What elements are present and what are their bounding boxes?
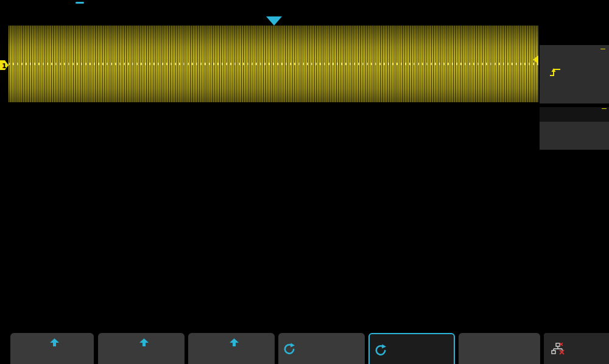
button-label xyxy=(459,337,540,351)
trigger-level-marker-icon[interactable] xyxy=(531,55,538,65)
channel1-box xyxy=(540,107,609,150)
oscilloscope-screen: 1 xyxy=(0,0,609,364)
channel1-header xyxy=(540,107,609,122)
button-value xyxy=(98,351,185,364)
network-status-panel xyxy=(544,333,609,364)
right-sidebar xyxy=(540,16,609,332)
button-value xyxy=(459,351,540,364)
lan-disconnected-icon xyxy=(551,343,566,355)
trigger-source-badge xyxy=(600,49,605,49)
menu-button-window[interactable] xyxy=(188,333,275,364)
menu-button-center[interactable] xyxy=(278,333,365,364)
up-arrow-icon xyxy=(230,338,239,346)
button-value xyxy=(10,351,94,364)
menu-button-hz-per-div[interactable] xyxy=(368,333,455,364)
softkey-menu-bar xyxy=(0,332,609,364)
rising-edge-icon xyxy=(549,67,561,77)
top-status-bar xyxy=(0,0,609,16)
button-value xyxy=(188,351,275,364)
channel1-level-marker-icon[interactable]: 1 xyxy=(0,60,9,70)
menu-button-source[interactable] xyxy=(98,333,185,364)
up-arrow-icon xyxy=(50,338,59,346)
trigger-box xyxy=(540,45,609,103)
svg-text:1: 1 xyxy=(2,62,7,70)
menu-button-operator[interactable] xyxy=(10,333,94,364)
trigger-position-marker-icon[interactable] xyxy=(266,16,282,26)
rotate-knob-icon xyxy=(374,344,387,357)
trigger-status-badge xyxy=(76,2,84,4)
rotate-knob-icon xyxy=(283,343,296,356)
menu-button-next-page[interactable] xyxy=(459,333,540,364)
ch1-waveform-band xyxy=(9,26,538,102)
up-arrow-icon xyxy=(139,338,149,346)
channel-coupling-badge xyxy=(602,108,607,109)
